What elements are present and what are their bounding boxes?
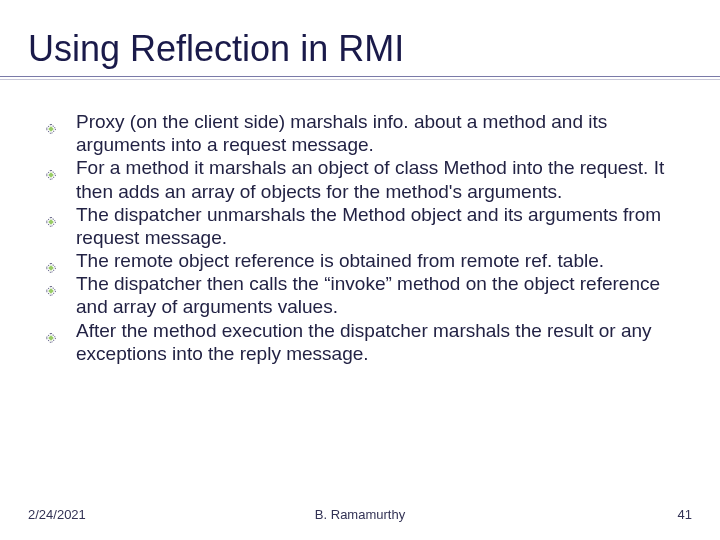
svg-rect-3 bbox=[48, 173, 54, 179]
slide: Using Reflection in RMI Proxy (on the cl… bbox=[0, 0, 720, 540]
svg-rect-11 bbox=[48, 335, 54, 341]
list-item: Proxy (on the client side) marshals info… bbox=[72, 110, 692, 156]
svg-rect-9 bbox=[48, 288, 54, 294]
bullet-text: Proxy (on the client side) marshals info… bbox=[76, 111, 607, 155]
bullet-text: The dispatcher unmarshals the Method obj… bbox=[76, 204, 661, 248]
footer-author: B. Ramamurthy bbox=[28, 507, 692, 522]
diamond-dotted-icon bbox=[46, 325, 56, 335]
svg-rect-7 bbox=[48, 265, 54, 271]
bullet-text: After the method execution the dispatche… bbox=[76, 320, 652, 364]
list-item: The remote object reference is obtained … bbox=[72, 249, 692, 272]
diamond-dotted-icon bbox=[46, 162, 56, 172]
diamond-dotted-icon bbox=[46, 116, 56, 126]
diamond-dotted-icon bbox=[46, 278, 56, 288]
list-item: For a method it marshals an object of cl… bbox=[72, 156, 692, 202]
list-item: After the method execution the dispatche… bbox=[72, 319, 692, 365]
diamond-dotted-icon bbox=[46, 209, 56, 219]
page-title: Using Reflection in RMI bbox=[28, 28, 692, 70]
list-item: The dispatcher unmarshals the Method obj… bbox=[72, 203, 692, 249]
bullet-text: For a method it marshals an object of cl… bbox=[76, 157, 664, 201]
footer-date: 2/24/2021 bbox=[28, 507, 86, 522]
title-underline bbox=[0, 76, 720, 78]
bullet-text: The dispatcher then calls the “invoke” m… bbox=[76, 273, 660, 317]
footer: 2/24/2021 B. Ramamurthy 41 bbox=[28, 507, 692, 522]
list-item: The dispatcher then calls the “invoke” m… bbox=[72, 272, 692, 318]
svg-rect-1 bbox=[48, 126, 54, 132]
bullet-list: Proxy (on the client side) marshals info… bbox=[28, 110, 692, 365]
diamond-dotted-icon bbox=[46, 255, 56, 265]
bullet-text: The remote object reference is obtained … bbox=[76, 250, 604, 271]
footer-page-number: 41 bbox=[678, 507, 692, 522]
svg-rect-5 bbox=[48, 219, 54, 225]
